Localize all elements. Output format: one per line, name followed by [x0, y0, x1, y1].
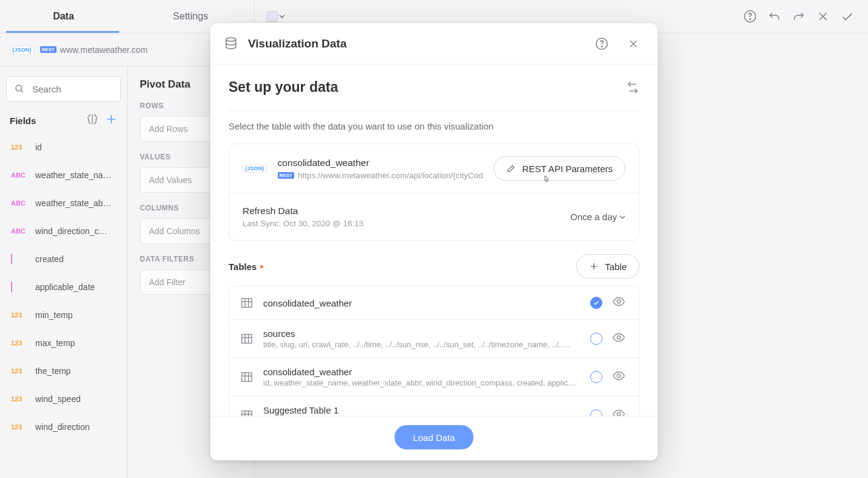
table-desc: title, slug, url, crawl_rate, ../../time…	[263, 340, 580, 349]
database-icon	[224, 36, 238, 51]
table-name: Suggested Table 1	[263, 405, 580, 415]
last-sync: Last Sync: Oct 30, 2020 @ 16:13	[243, 219, 559, 228]
rest-api-parameters-button[interactable]: REST API Parameters	[494, 156, 625, 181]
required-indicator	[260, 265, 263, 268]
eye-icon	[612, 407, 625, 416]
preview-button[interactable]	[612, 369, 625, 385]
table-icon	[240, 409, 253, 416]
eye-icon	[612, 369, 625, 383]
tables-list: consolidated_weathersourcestitle, slug, …	[229, 286, 639, 416]
help-icon	[595, 37, 608, 50]
preview-button[interactable]	[612, 407, 625, 416]
table-name: consolidated_weather	[263, 298, 580, 308]
rest-api-parameters-label: REST API Parameters	[522, 164, 613, 174]
table-row[interactable]: Suggested Table 1time, sun_rise, sun_set…	[229, 396, 639, 416]
table-row[interactable]: sourcestitle, slug, url, crawl_rate, ../…	[229, 319, 639, 358]
refresh-label: Refresh Data	[243, 206, 559, 216]
json-badge: {JSON}	[243, 164, 267, 173]
svg-rect-10	[242, 373, 252, 382]
table-select-radio[interactable]	[590, 409, 602, 416]
table-icon	[240, 332, 253, 345]
visualization-data-modal: Visualization Data Set up your data Sele…	[210, 23, 658, 460]
source-name: consolidated_weather	[278, 158, 483, 168]
table-icon	[240, 296, 253, 310]
plus-icon	[589, 262, 599, 271]
table-select-radio[interactable]	[590, 333, 602, 345]
close-icon	[628, 38, 639, 49]
svg-rect-8	[242, 334, 252, 344]
modal-overlay: Visualization Data Set up your data Sele…	[0, 0, 868, 478]
table-row[interactable]: consolidated_weather	[229, 286, 639, 319]
add-table-label: Table	[605, 262, 627, 272]
source-card: {JSON} consolidated_weather REST https:/…	[229, 144, 639, 241]
tables-label: Tables	[229, 262, 257, 272]
table-desc: id, weather_state_name, weather_state_ab…	[263, 378, 580, 387]
svg-point-3	[226, 38, 236, 41]
chevron-down-icon	[619, 214, 625, 220]
preview-button[interactable]	[612, 331, 625, 347]
edit-icon	[506, 164, 516, 173]
modal-title: Visualization Data	[248, 37, 581, 50]
table-row[interactable]: consolidated_weatherid, weather_state_na…	[229, 358, 639, 396]
table-name: sources	[263, 328, 580, 339]
svg-rect-6	[242, 299, 252, 308]
add-table-button[interactable]: Table	[576, 254, 639, 279]
load-data-button[interactable]: Load Data	[394, 425, 473, 449]
refresh-rate-selector[interactable]: Once a day	[570, 212, 625, 222]
swap-button[interactable]	[626, 79, 639, 99]
table-select-radio[interactable]	[590, 371, 602, 383]
table-select-radio[interactable]	[590, 297, 602, 309]
eye-icon	[612, 295, 625, 308]
swap-icon	[626, 79, 639, 96]
preview-button[interactable]	[612, 295, 625, 311]
rest-badge: REST	[278, 172, 294, 179]
refresh-rate-value: Once a day	[570, 212, 617, 222]
svg-point-13	[617, 412, 621, 416]
svg-point-5	[601, 46, 602, 46]
svg-point-9	[617, 336, 621, 339]
svg-point-11	[617, 374, 621, 378]
modal-close-button[interactable]	[622, 33, 644, 55]
svg-point-7	[617, 300, 621, 303]
table-icon	[240, 370, 253, 384]
eye-icon	[612, 331, 625, 344]
source-url: https://www.metaweather.com/api/location…	[298, 171, 483, 180]
modal-help-button[interactable]	[591, 33, 613, 55]
table-name: consolidated_weather	[263, 367, 580, 377]
modal-instruction: Select the table with the data you want …	[229, 121, 639, 131]
modal-heading: Set up your data	[229, 79, 338, 95]
svg-rect-12	[242, 411, 252, 416]
